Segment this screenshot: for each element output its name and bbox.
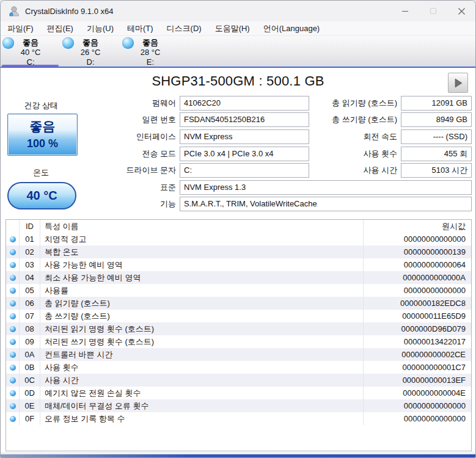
attr-name: 복합 온도 xyxy=(40,245,364,258)
rotation-rate-label: 회전 속도 xyxy=(309,131,401,142)
status-dot-icon xyxy=(10,339,16,345)
table-row[interactable]: 0F 오류 정보 기록 항목 수 00000000000000 xyxy=(6,412,471,425)
minimize-icon xyxy=(401,7,409,15)
table-row[interactable]: 07 총 쓰기량 (호스트) 000000011E65D9 xyxy=(6,310,471,322)
window-controls xyxy=(391,1,475,21)
temperature-badge: 40 °C xyxy=(7,182,76,209)
health-status-badge: 좋음 100 % xyxy=(7,114,78,156)
status-dot-icon xyxy=(10,300,16,307)
power-on-hours-value: 5103 시간 xyxy=(401,163,472,178)
attr-name: 총 읽기량 (호스트) xyxy=(40,297,364,310)
tab-letter-label: D: xyxy=(60,57,120,67)
status-dot-icon xyxy=(10,352,16,358)
menu-help[interactable]: 도움말(H) xyxy=(208,21,257,35)
table-row[interactable]: 03 사용 가능한 예비 영역 00000000000064 xyxy=(6,258,471,271)
transfer-mode-label: 전송 모드 xyxy=(81,148,180,159)
attr-id: 0D xyxy=(20,387,40,399)
status-dot-icon xyxy=(10,275,16,281)
status-dot-icon xyxy=(10,249,16,255)
status-dot-icon xyxy=(10,403,16,409)
attr-raw-value: 0000000182EDC8 xyxy=(364,297,471,310)
window-title: CrystalDiskInfo 9.1.0 x64 xyxy=(25,7,114,16)
attr-id: 0B xyxy=(20,361,40,374)
table-header-row: ID 특성 이름 원시값 xyxy=(6,220,471,233)
status-dot-icon xyxy=(10,313,16,319)
app-icon xyxy=(8,5,20,17)
table-row[interactable]: 08 처리된 읽기 명령 횟수 (호스트) 0000000D96D079 xyxy=(6,322,471,335)
attr-raw-value: 000000011E65D9 xyxy=(364,310,471,322)
host-reads-value: 12091 GB xyxy=(401,96,472,111)
table-row[interactable]: 09 처리된 쓰기 명령 횟수 (호스트) 00000013422017 xyxy=(6,335,471,348)
attr-name: 예기치 않은 전원 손실 횟수 xyxy=(40,387,364,399)
attr-raw-value: 00000013422017 xyxy=(364,335,471,348)
attr-raw-value: 000000000002CE xyxy=(364,348,471,361)
status-dot-icon xyxy=(10,416,16,422)
table-row[interactable]: 0B 사용 횟수 000000000001C7 xyxy=(6,361,471,374)
temperature-label: 온도 xyxy=(1,167,81,178)
attr-id: 04 xyxy=(20,271,40,284)
attr-name: 총 쓰기량 (호스트) xyxy=(40,310,364,322)
attr-id: 06 xyxy=(20,297,40,310)
raw-column-header: 원시값 xyxy=(364,220,471,233)
play-icon xyxy=(454,78,463,88)
attr-id: 0E xyxy=(20,399,40,412)
maximize-icon xyxy=(430,7,437,15)
attr-name: 사용 시간 xyxy=(40,374,364,387)
next-drive-button[interactable] xyxy=(448,73,468,93)
table-row[interactable]: 0C 사용 시간 000000000013EF xyxy=(6,374,471,387)
rotation-rate-value: ---- (SSD) xyxy=(401,129,472,144)
drive-tab-c[interactable]: 좋음 40 °C C: xyxy=(1,36,60,67)
table-row[interactable]: 0D 예기치 않은 전원 손실 횟수 0000000000004E xyxy=(6,387,471,399)
attr-id: 05 xyxy=(20,284,40,297)
attr-name: 매체/데이터 무결성 오류 횟수 xyxy=(40,399,364,412)
drive-tab-d[interactable]: 좋음 26 °C D: xyxy=(60,36,120,67)
menu-language[interactable]: 언어(Language) xyxy=(257,21,327,35)
table-row[interactable]: 05 사용률 00000000000000 xyxy=(6,284,471,297)
table-row[interactable]: 0A 컨트롤러 바쁜 시간 000000000002CE xyxy=(6,348,471,361)
tab-temp-label: 40 °C xyxy=(1,48,60,57)
status-dot-icon xyxy=(10,236,16,242)
drive-tab-strip: 좋음 40 °C C: 좋음 26 °C D: 좋음 28 °C E: xyxy=(1,36,475,68)
menu-disk[interactable]: 디스크(D) xyxy=(160,21,208,35)
menu-file[interactable]: 파일(F) xyxy=(1,21,40,35)
status-dot-column-header xyxy=(6,220,20,233)
drive-tab-e[interactable]: 좋음 28 °C E: xyxy=(120,36,180,67)
table-row[interactable]: 06 총 읽기량 (호스트) 0000000182EDC8 xyxy=(6,297,471,310)
close-icon xyxy=(458,7,466,15)
menu-function[interactable]: 기능(U) xyxy=(80,21,120,35)
drive-info-fields: 펌웨어 41062C20 총 읽기량 (호스트) 12091 GB 일련 번호 … xyxy=(81,95,472,213)
power-on-hours-label: 사용 시간 xyxy=(309,165,401,176)
minimize-button[interactable] xyxy=(391,1,419,21)
crystaldiskinfo-window: CrystalDiskInfo 9.1.0 x64 파일(F) 편집(E) 기능… xyxy=(0,0,476,458)
attr-raw-value: 0000000D96D079 xyxy=(364,322,471,335)
attr-id: 09 xyxy=(20,335,40,348)
titlebar: CrystalDiskInfo 9.1.0 x64 xyxy=(1,1,475,21)
attr-id: 01 xyxy=(20,233,40,245)
drive-title: SHGP31-500GM : 500.1 GB xyxy=(1,73,475,89)
attr-id: 08 xyxy=(20,322,40,335)
attr-raw-value: 00000000000064 xyxy=(364,258,471,271)
serial-value: FSDAN54051250B216 xyxy=(180,112,309,127)
attr-raw-value: 000000000013EF xyxy=(364,374,471,387)
menu-edit[interactable]: 편집(E) xyxy=(40,21,80,35)
table-row[interactable]: 02 복합 온도 00000000000139 xyxy=(6,245,471,258)
tab-temp-label: 26 °C xyxy=(60,48,120,57)
window-bottom-edge xyxy=(1,452,475,457)
table-row[interactable]: 01 치명적 경고 00000000000000 xyxy=(6,233,471,245)
table-row[interactable]: 0E 매체/데이터 무결성 오류 횟수 00000000000000 xyxy=(6,399,471,412)
disk-status-icon xyxy=(2,37,14,49)
table-row[interactable]: 04 최소 사용 가능한 예비 영역 0000000000000A xyxy=(6,271,471,284)
attr-name: 처리된 읽기 명령 횟수 (호스트) xyxy=(40,322,364,335)
close-button[interactable] xyxy=(447,1,475,21)
attr-name: 사용 가능한 예비 영역 xyxy=(40,258,364,271)
status-dot-icon xyxy=(10,326,16,332)
transfer-mode-value: PCIe 3.0 x4 | PCIe 3.0 x4 xyxy=(180,147,309,161)
attr-id: 0F xyxy=(20,412,40,425)
menu-theme[interactable]: 테마(T) xyxy=(120,21,160,35)
attr-raw-value: 00000000000000 xyxy=(364,399,471,412)
health-status-text: 좋음 xyxy=(8,117,77,136)
maximize-button[interactable] xyxy=(419,1,447,21)
attr-name: 오류 정보 기록 항목 수 xyxy=(40,412,364,425)
attr-id: 02 xyxy=(20,245,40,258)
attr-id: 0C xyxy=(20,374,40,387)
